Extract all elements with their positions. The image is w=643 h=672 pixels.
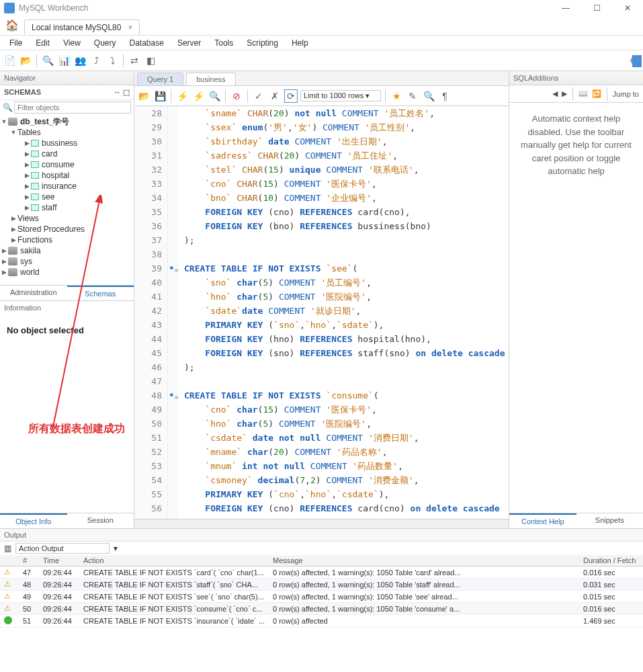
autocommit-icon[interactable]: ⟳ <box>284 89 298 103</box>
output-row[interactable]: ⚠5009:26:44CREATE TABLE IF NOT EXISTS `c… <box>0 603 643 615</box>
menu-help[interactable]: Help <box>286 37 314 48</box>
output-type-select[interactable]: Action Output <box>15 543 110 554</box>
code-content[interactable]: `sname` CHAR(20) not null COMMENT '员工姓名'… <box>179 106 509 519</box>
tree-node[interactable]: ▶sys <box>0 256 134 267</box>
commit-icon[interactable]: ✓ <box>252 89 265 103</box>
menu-server[interactable]: Server <box>172 37 206 48</box>
jump-to-label[interactable]: Jump to <box>613 90 639 98</box>
schemas-menu-icon[interactable]: ↔ ⬚ <box>114 88 130 97</box>
tab-context-help[interactable]: Context Help <box>509 513 576 528</box>
tab-schemas[interactable]: Schemas <box>67 286 134 300</box>
tab-session[interactable]: Session <box>67 513 134 528</box>
stop-icon[interactable]: ⊘ <box>230 89 243 103</box>
tree-node[interactable]: ▶see <box>0 192 134 202</box>
nav-fwd-icon[interactable]: ▶ <box>562 89 567 98</box>
dashboard-icon[interactable]: 📊 <box>57 54 71 67</box>
menu-scripting[interactable]: Scripting <box>241 37 284 48</box>
connection-tabstrip: 🏠 Local instance MySQL80 × <box>0 16 643 35</box>
output-row[interactable]: ⚠4809:26:44CREATE TABLE IF NOT EXISTS `s… <box>0 579 643 591</box>
output-col-header[interactable]: Message <box>269 555 579 566</box>
minimize-button[interactable]: — <box>550 0 581 16</box>
context-help-body: Automatic context help disabled. Use the… <box>509 103 643 317</box>
tree-node[interactable]: ▶hospital <box>0 170 134 181</box>
menu-tools[interactable]: Tools <box>209 37 239 48</box>
reverse-engineer-icon[interactable]: ◧ <box>144 54 157 67</box>
tree-node[interactable]: ▶insurance <box>0 181 134 192</box>
menu-view[interactable]: View <box>58 37 86 48</box>
beautify-icon[interactable]: ★ <box>390 89 403 103</box>
tree-node[interactable]: ▶world <box>0 267 134 278</box>
close-tab-icon[interactable]: × <box>128 23 132 32</box>
home-icon[interactable]: 🏠 <box>5 19 19 32</box>
sql-additions-tabs: Context Help Snippets <box>509 513 643 528</box>
filter-input[interactable] <box>14 101 131 114</box>
menu-file[interactable]: File <box>4 37 28 48</box>
output-col-header[interactable]: Duration / Fetch <box>579 555 643 566</box>
nav-back-icon[interactable]: ◀ <box>552 89 558 98</box>
inspector-icon[interactable]: 🔍 <box>41 54 54 67</box>
help-icon[interactable]: 📖 <box>578 89 588 98</box>
tree-node[interactable]: ▼db_test_学号 <box>0 116 134 127</box>
limit-select[interactable]: Limit to 1000 rows ▾ <box>300 90 381 101</box>
output-title: Output <box>0 529 643 542</box>
open-sql-icon[interactable]: 📂 <box>19 54 32 67</box>
output-col-header[interactable]: # <box>19 555 39 566</box>
output-col-header[interactable]: Time <box>39 555 79 566</box>
output-grid[interactable]: #TimeActionMessageDuration / Fetch ⚠4709… <box>0 555 643 628</box>
tab-business[interactable]: business <box>186 73 235 85</box>
explain-icon[interactable]: 🔍 <box>208 89 221 103</box>
output-row[interactable]: 5109:26:44CREATE TABLE IF NOT EXISTS `in… <box>0 615 643 628</box>
invisible-chars-icon[interactable]: ¶ <box>438 89 452 103</box>
menu-edit[interactable]: Edit <box>30 37 55 48</box>
sql-editor[interactable]: 2829303132333435363738394041424344454647… <box>134 106 509 519</box>
output-dropdown-icon[interactable]: ▾ <box>114 544 118 553</box>
tree-node[interactable]: ▶Views <box>0 213 134 224</box>
connection-tab[interactable]: Local instance MySQL80 × <box>24 19 140 35</box>
execute-step-icon[interactable]: ⚡ <box>191 89 205 103</box>
title-bar: MySQL Workbench <box>0 0 643 16</box>
find-icon[interactable]: ✎ <box>406 89 419 103</box>
import-icon[interactable]: ⤵ <box>105 54 119 67</box>
fold-column[interactable]: •⊖•⊖ <box>168 106 179 519</box>
tree-node[interactable]: ▶consume <box>0 159 134 170</box>
open-file-icon[interactable]: 📂 <box>137 89 151 103</box>
collapse-panel-icon[interactable] <box>632 55 642 67</box>
export-icon[interactable]: ⤴ <box>89 54 103 67</box>
tree-node[interactable]: ▶sakila <box>0 245 134 256</box>
tab-snippets[interactable]: Snippets <box>576 513 644 528</box>
tree-node[interactable]: ▼Tables <box>0 127 134 138</box>
users-icon[interactable]: 👥 <box>73 54 87 67</box>
menu-query[interactable]: Query <box>89 37 122 48</box>
line-gutter: 2829303132333435363738394041424344454647… <box>134 106 168 519</box>
output-col-header[interactable]: Action <box>79 555 269 566</box>
output-row[interactable]: ⚠4709:26:44CREATE TABLE IF NOT EXISTS `c… <box>0 566 643 579</box>
auto-help-icon[interactable]: 🔁 <box>592 89 601 98</box>
app-icon <box>4 3 15 13</box>
schema-transfer-icon[interactable]: ⇄ <box>128 54 141 67</box>
editor-area: Query 1 business 📂 💾 ⚡ ⚡ 🔍 ⊘ ✓ ✗ ⟳ Limit… <box>134 71 509 528</box>
tree-node[interactable]: ▶staff <box>0 202 134 213</box>
search-editor-icon[interactable]: 🔍 <box>422 89 435 103</box>
tab-administration[interactable]: Administration <box>0 286 67 300</box>
tree-node[interactable]: ▶bussiness <box>0 138 134 149</box>
output-view-icon[interactable]: ▥ <box>4 544 11 553</box>
tree-node[interactable]: ▶Stored Procedures <box>0 224 134 235</box>
tab-object-info[interactable]: Object Info <box>0 513 67 528</box>
hscrollbar[interactable] <box>134 519 509 528</box>
tree-node[interactable]: ▶Functions <box>0 235 134 245</box>
new-sql-tab-icon[interactable]: 📄 <box>3 54 16 67</box>
navigator-title: Navigator <box>0 71 134 85</box>
menu-database[interactable]: Database <box>124 37 169 48</box>
info-tabs: Object Info Session <box>0 513 134 528</box>
execute-icon[interactable]: ⚡ <box>175 89 189 103</box>
save-icon[interactable]: 💾 <box>153 89 167 103</box>
output-col-header[interactable] <box>0 555 19 566</box>
close-button[interactable]: ✕ <box>612 0 643 16</box>
schema-tree[interactable]: ▼db_test_学号▼Tables▶bussiness▶card▶consum… <box>0 115 134 285</box>
tab-query1[interactable]: Query 1 <box>137 73 183 85</box>
tree-node[interactable]: ▶card <box>0 149 134 159</box>
output-row[interactable]: ⚠4909:26:44CREATE TABLE IF NOT EXISTS `s… <box>0 591 643 603</box>
rollback-icon[interactable]: ✗ <box>268 89 282 103</box>
maximize-button[interactable]: ☐ <box>581 0 612 16</box>
sql-additions-panel: SQLAdditions ◀ ▶ 📖 🔁 Jump to Automatic c… <box>509 71 643 528</box>
